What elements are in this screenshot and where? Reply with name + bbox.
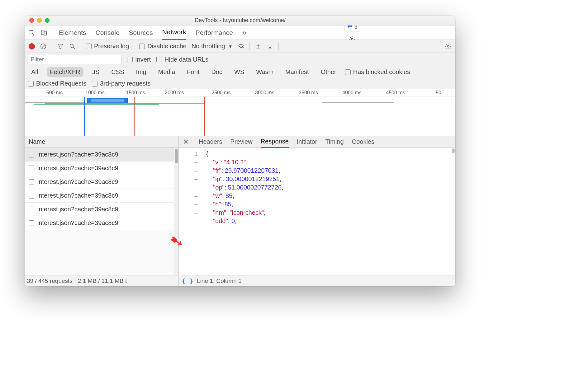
main-tabs: Elements Console Sources Network Perform… <box>59 26 246 40</box>
response-body[interactable]: 1 – – – – – – – { "v": "4.10.2", "fr": 2… <box>179 148 455 275</box>
tab-elements[interactable]: Elements <box>59 26 86 40</box>
scrollbar[interactable] <box>174 148 178 275</box>
request-row[interactable]: interest.json?cache=39ac8c9 <box>25 216 178 230</box>
tab-network[interactable]: Network <box>162 26 186 40</box>
detail-tab-timing[interactable]: Timing <box>325 136 344 148</box>
blocked-requests-checkbox[interactable]: Blocked Requests <box>28 80 86 87</box>
download-har-icon[interactable] <box>267 43 273 50</box>
filter-type-media[interactable]: Media <box>155 67 178 77</box>
detail-tab-cookies[interactable]: Cookies <box>352 136 374 148</box>
request-row[interactable]: interest.json?cache=39ac8c9 <box>25 175 178 189</box>
request-list: interest.json?cache=39ac8c9 interest.jso… <box>25 148 178 275</box>
clear-icon[interactable] <box>40 43 47 50</box>
throttling-select[interactable]: No throttling ▼ <box>192 43 233 50</box>
file-icon <box>29 207 34 212</box>
network-toolbar: Preserve log Disable cache No throttling… <box>25 40 455 53</box>
svg-point-5 <box>70 44 74 47</box>
svg-point-7 <box>447 45 449 47</box>
request-counts: 39 / 445 requests <box>27 278 73 284</box>
detail-tab-headers[interactable]: Headers <box>199 136 222 148</box>
filter-type-fetch-xhr[interactable]: Fetch/XHR <box>47 67 83 77</box>
svg-point-6 <box>242 47 244 48</box>
search-icon[interactable] <box>69 43 76 50</box>
filter-type-css[interactable]: CSS <box>108 67 127 77</box>
preserve-log-checkbox[interactable]: Preserve log <box>86 43 129 50</box>
network-conditions-icon[interactable] <box>238 43 244 50</box>
hide-data-urls-checkbox[interactable]: Hide data URLs <box>156 56 208 63</box>
filter-type-other[interactable]: Other <box>318 67 339 77</box>
detail-tab-preview[interactable]: Preview <box>230 136 253 148</box>
tab-performance[interactable]: Performance <box>196 26 233 40</box>
tab-console[interactable]: Console <box>96 26 120 40</box>
filter-type-js[interactable]: JS <box>89 67 102 77</box>
record-button[interactable] <box>29 43 35 49</box>
timeline-ticks: 500 ms 1000 ms 1500 ms 2000 ms 2500 ms 3… <box>25 89 455 97</box>
titlebar: DevTools - tv.youtube.com/welcome/ <box>25 16 455 26</box>
inspect-icon[interactable] <box>28 29 35 36</box>
detail-tab-initiator[interactable]: Initiator <box>297 136 317 148</box>
request-row[interactable]: interest.json?cache=39ac8c9 <box>25 162 178 175</box>
filter-icon[interactable] <box>57 43 64 50</box>
request-row[interactable]: interest.json?cache=39ac8c9 <box>25 148 178 162</box>
chevron-down-icon: ▼ <box>228 44 233 49</box>
file-icon <box>29 152 34 157</box>
file-icon <box>29 193 34 199</box>
cursor-position: Line 1, Column 1 <box>197 278 242 284</box>
transfer-size: 2.1 MB / 11.1 MB t <box>78 278 127 284</box>
device-toggle-icon[interactable] <box>40 29 47 36</box>
filter-type-ws[interactable]: WS <box>231 67 247 77</box>
upload-har-icon[interactable] <box>255 43 262 50</box>
disable-cache-checkbox[interactable]: Disable cache <box>139 43 187 50</box>
file-icon <box>29 166 34 171</box>
invert-checkbox[interactable]: Invert <box>127 56 151 63</box>
request-row[interactable]: interest.json?cache=39ac8c9 <box>25 203 178 216</box>
window-title: DevTools - tv.youtube.com/welcome/ <box>25 17 455 24</box>
has-blocked-cookies-checkbox[interactable]: Has blocked cookies <box>345 68 410 76</box>
filter-type-font[interactable]: Font <box>184 67 202 77</box>
network-filter-bar: Invert Hide data URLs All Fetch/XHR JS C… <box>25 53 455 89</box>
file-icon <box>29 179 34 185</box>
request-list-pane: Name interest.json?cache=39ac8c9 interes… <box>25 136 179 286</box>
detail-footer: { } Line 1, Column 1 <box>179 275 455 286</box>
devtools-window: DevTools - tv.youtube.com/welcome/ Eleme… <box>25 16 455 286</box>
close-detail-icon[interactable]: ✕ <box>181 138 191 146</box>
detail-tab-response[interactable]: Response <box>261 136 289 148</box>
filter-type-img[interactable]: Img <box>133 67 149 77</box>
filter-type-manifest[interactable]: Manifest <box>282 67 312 77</box>
more-tabs-icon[interactable]: » <box>242 28 246 37</box>
network-overview[interactable]: 500 ms 1000 ms 1500 ms 2000 ms 2500 ms 3… <box>25 89 455 136</box>
filter-type-doc[interactable]: Doc <box>208 67 225 77</box>
request-list-footer: 39 / 445 requests 2.1 MB / 11.1 MB t <box>25 275 178 286</box>
line-gutter: 1 – – – – – – – <box>179 148 201 275</box>
detail-tab-bar: ✕ Headers Preview Response Initiator Tim… <box>179 136 455 148</box>
main-tab-bar: Elements Console Sources Network Perform… <box>25 26 455 40</box>
tab-sources[interactable]: Sources <box>129 26 153 40</box>
network-split-pane: Name interest.json?cache=39ac8c9 interes… <box>25 136 455 286</box>
file-icon <box>29 220 34 226</box>
filter-type-wasm[interactable]: Wasm <box>253 67 277 77</box>
third-party-checkbox[interactable]: 3rd-party requests <box>92 80 150 87</box>
request-row[interactable]: interest.json?cache=39ac8c9 <box>25 189 178 203</box>
response-source: { "v": "4.10.2", "fr": 29.9700012207031,… <box>201 148 283 275</box>
pretty-print-button[interactable]: { } <box>182 277 193 285</box>
filter-type-all[interactable]: All <box>28 67 41 77</box>
request-detail-pane: ✕ Headers Preview Response Initiator Tim… <box>179 136 455 286</box>
network-settings-icon[interactable] <box>445 43 452 50</box>
scrollbar[interactable] <box>451 148 455 275</box>
filter-input[interactable] <box>28 55 121 64</box>
request-list-header[interactable]: Name <box>25 136 178 148</box>
